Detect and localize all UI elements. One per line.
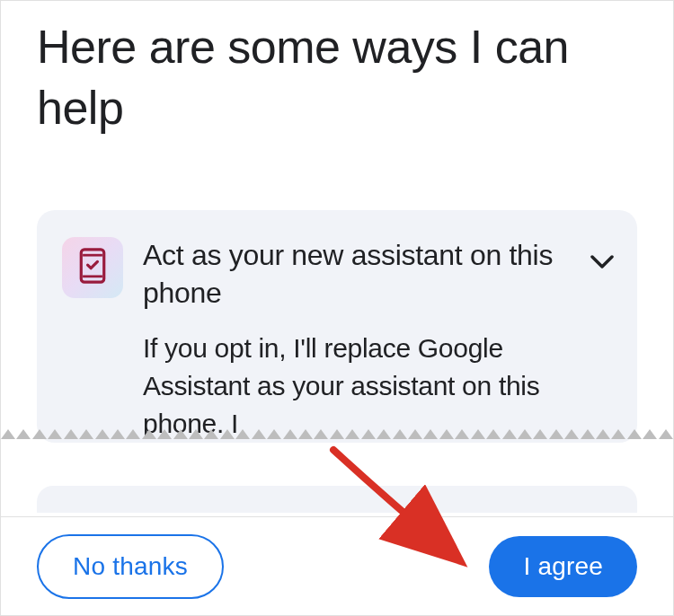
decline-button[interactable]: No thanks — [37, 534, 224, 599]
bottom-action-bar: No thanks I agree — [1, 516, 673, 615]
next-card-hint — [37, 486, 637, 513]
phone-check-icon — [78, 248, 107, 287]
card-content: Act as your new assistant on this phone … — [143, 237, 612, 443]
chevron-down-icon — [590, 257, 614, 272]
card-description: If you opt in, I'll replace Google Assis… — [143, 330, 576, 443]
content-area: Act as your new assistant on this phone … — [1, 138, 673, 443]
expand-toggle[interactable] — [590, 255, 614, 273]
feature-card[interactable]: Act as your new assistant on this phone … — [37, 210, 637, 443]
page-title: Here are some ways I can help — [1, 1, 673, 138]
card-icon-wrapper — [62, 237, 123, 298]
agree-button[interactable]: I agree — [489, 536, 637, 597]
card-title: Act as your new assistant on this phone — [143, 237, 576, 312]
torn-edge-decoration — [1, 429, 673, 447]
